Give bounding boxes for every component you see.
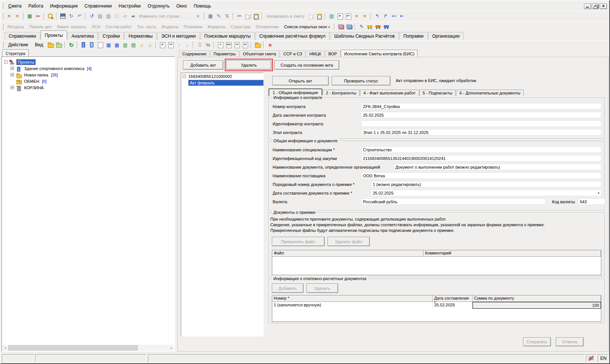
main-tab[interactable]: Поисковые маршруты bbox=[200, 32, 255, 40]
act-tab[interactable]: 6 - Дополнительные документы bbox=[456, 90, 524, 96]
tree-item[interactable]: + Новая папка [26] bbox=[2, 72, 175, 78]
acceptance-number-input[interactable]: 1 (можно редактировать) bbox=[371, 181, 601, 187]
norm-base-icon[interactable]: ▧ bbox=[328, 12, 336, 20]
document-tab[interactable]: НМЦК bbox=[306, 50, 325, 57]
act-tab[interactable]: 2 - Контрагенты bbox=[323, 90, 360, 96]
act-child-label[interactable]: Акт февраль bbox=[189, 80, 263, 85]
acceptance-date-input[interactable]: 25.02.2025▾ bbox=[371, 190, 601, 196]
row-type-combo[interactable]: Изменить тип строки... bbox=[137, 13, 194, 19]
tree-expander[interactable]: + bbox=[11, 86, 14, 89]
panel-button[interactable]: Индексы bbox=[159, 23, 181, 30]
open-windows-button[interactable]: Список открытых окон ▾ bbox=[281, 23, 332, 30]
delete-file-button[interactable]: Удалить файл bbox=[328, 237, 370, 246]
payment-amount-cell[interactable]: 100 bbox=[473, 302, 601, 309]
tree-item[interactable]: ОБМЕН [0] bbox=[2, 78, 175, 84]
act-tab[interactable]: 1 - Общая информация bbox=[268, 88, 322, 96]
shift-left-end-icon[interactable]: ⇤ bbox=[398, 12, 406, 20]
machines-icon[interactable]: ▱ bbox=[121, 12, 129, 20]
tree-item-label[interactable]: Здание спортивного комплекса bbox=[23, 66, 85, 71]
document-name-input[interactable]: Документ о выполнении работ (можно редак… bbox=[393, 164, 601, 170]
scroll-left-icon[interactable]: ‹ bbox=[2, 345, 8, 351]
chevron-down-icon[interactable]: ▾ bbox=[598, 191, 599, 195]
panel-button[interactable]: Поправки bbox=[181, 23, 205, 30]
main-tab[interactable]: Проекты bbox=[41, 30, 67, 39]
recycle-bin-icon[interactable]: ♖ bbox=[196, 41, 203, 49]
main-tab[interactable]: Справочники bbox=[5, 32, 40, 40]
main-tab[interactable]: Стройки bbox=[98, 32, 124, 40]
main-tab[interactable]: Шаблоны Сводных Расчётов bbox=[330, 32, 399, 40]
delete-payment-button[interactable]: Удалить bbox=[307, 283, 338, 293]
horizontal-scrollbar[interactable]: ‹ › bbox=[2, 345, 174, 351]
menu-item[interactable]: Окно bbox=[173, 2, 190, 10]
act-root-row[interactable]: - 1683400855121000002 bbox=[181, 73, 263, 79]
book-add-icon[interactable]: ▥ bbox=[121, 41, 129, 49]
menu-item[interactable]: Настройки bbox=[115, 2, 144, 10]
currency-code-input[interactable]: 643 bbox=[578, 198, 605, 205]
car-icon[interactable] bbox=[383, 23, 390, 30]
add-act-button[interactable]: Добавить акт bbox=[183, 60, 223, 70]
outline-collapse-icon[interactable]: ≡ bbox=[5, 12, 13, 20]
open-act-button[interactable]: Открыть акт bbox=[272, 76, 329, 85]
menu-item[interactable]: Отдохнуть bbox=[144, 2, 173, 10]
move-up-icon[interactable]: ↑ bbox=[175, 41, 183, 49]
restore-button[interactable] bbox=[592, 3, 599, 9]
percent-icon[interactable]: % bbox=[204, 41, 212, 49]
document-tab[interactable]: ВОР bbox=[325, 50, 340, 57]
panel-button[interactable]: Состав работ bbox=[103, 23, 134, 30]
insert-section-icon[interactable]: ▤ bbox=[96, 12, 104, 20]
paste-icon[interactable] bbox=[252, 12, 260, 20]
move-down-icon[interactable]: ↓ bbox=[183, 41, 191, 49]
document-tab[interactable]: Объектная смета bbox=[239, 50, 280, 57]
field-input[interactable]: Этап 1 с 25.02.2025 по 31.12.2025 bbox=[361, 129, 601, 136]
toolbar-grip[interactable] bbox=[2, 24, 3, 30]
field-input[interactable]: 25.02.2025 bbox=[361, 112, 601, 118]
menu-item[interactable]: Помощь bbox=[190, 2, 214, 10]
menu-item[interactable]: Смета bbox=[5, 2, 25, 10]
payment-number-cell[interactable]: 1 (заполняется вручную) bbox=[272, 302, 433, 309]
sort-rows-icon[interactable]: ⇅ bbox=[223, 12, 231, 20]
menu-item[interactable]: Действие bbox=[5, 41, 32, 49]
estimates-stack-icon[interactable] bbox=[337, 23, 345, 30]
currency-input[interactable]: Российский рубль bbox=[361, 198, 546, 205]
purchase-code-input[interactable]: 211683400855135314401900020014120241 bbox=[361, 155, 601, 161]
paste-special-icon[interactable] bbox=[316, 12, 323, 20]
structure-tree-add-icon[interactable]: ≡ bbox=[361, 12, 369, 20]
tree-expander[interactable]: - bbox=[4, 60, 8, 64]
delete-icon[interactable]: × bbox=[266, 41, 274, 49]
minimize-button[interactable] bbox=[584, 3, 591, 9]
panel-button[interactable]: Ресурсы bbox=[5, 23, 26, 30]
pen-icon[interactable]: ✎ bbox=[358, 23, 365, 30]
field-input[interactable] bbox=[361, 120, 601, 127]
main-tab[interactable]: Нормативы bbox=[124, 32, 157, 40]
column-header-amount[interactable]: Сумма по документу bbox=[473, 295, 601, 302]
dump-truck-icon[interactable] bbox=[374, 23, 382, 30]
main-tab[interactable]: Справочник расчётных формул bbox=[255, 32, 330, 40]
create-from-act-button[interactable]: Создать на основании акта bbox=[274, 60, 339, 70]
act-child-row[interactable]: Акт февраль bbox=[181, 79, 263, 86]
panel-button[interactable]: Панель цен bbox=[26, 23, 54, 30]
export-file-icon[interactable]: ▩ bbox=[113, 41, 120, 49]
specialization-input[interactable]: Строительство bbox=[361, 146, 601, 153]
menu-item[interactable]: Справочники bbox=[81, 2, 115, 10]
scrollbar-thumb[interactable] bbox=[8, 345, 138, 350]
loader-truck-icon[interactable] bbox=[366, 23, 374, 30]
insert-row-icon[interactable]: ▥ bbox=[105, 12, 112, 20]
panel-button[interactable]: ЭСН bbox=[89, 23, 103, 30]
attach-file-button[interactable]: Прикрепить файл bbox=[272, 237, 325, 246]
panel-button[interactable]: Формулы bbox=[205, 23, 228, 30]
pdf-export-icon[interactable]: PDF bbox=[34, 12, 42, 20]
toolbar-grip[interactable] bbox=[2, 42, 3, 48]
main-tab[interactable]: Организации bbox=[428, 32, 464, 40]
main-tab[interactable]: ЭСН и методики bbox=[157, 32, 200, 40]
excel-export-icon[interactable]: ▦ bbox=[26, 12, 34, 20]
field-input[interactable]: ZFK-3844_Стройка bbox=[361, 103, 601, 110]
payment-date-cell[interactable]: 25.02.2025 bbox=[433, 302, 473, 309]
language-indicator[interactable]: EN bbox=[598, 354, 609, 362]
undo-icon[interactable]: ↶ bbox=[76, 12, 83, 20]
refresh-icon[interactable]: ↻ bbox=[67, 12, 75, 20]
document-tab[interactable]: Содержание bbox=[179, 50, 210, 57]
tree-item-label[interactable]: Новая папка bbox=[23, 72, 49, 78]
column-header-date[interactable]: Дата составления * bbox=[433, 295, 473, 302]
tree-expander[interactable]: + bbox=[11, 67, 14, 70]
column-header-number[interactable]: Номер * bbox=[272, 295, 433, 302]
